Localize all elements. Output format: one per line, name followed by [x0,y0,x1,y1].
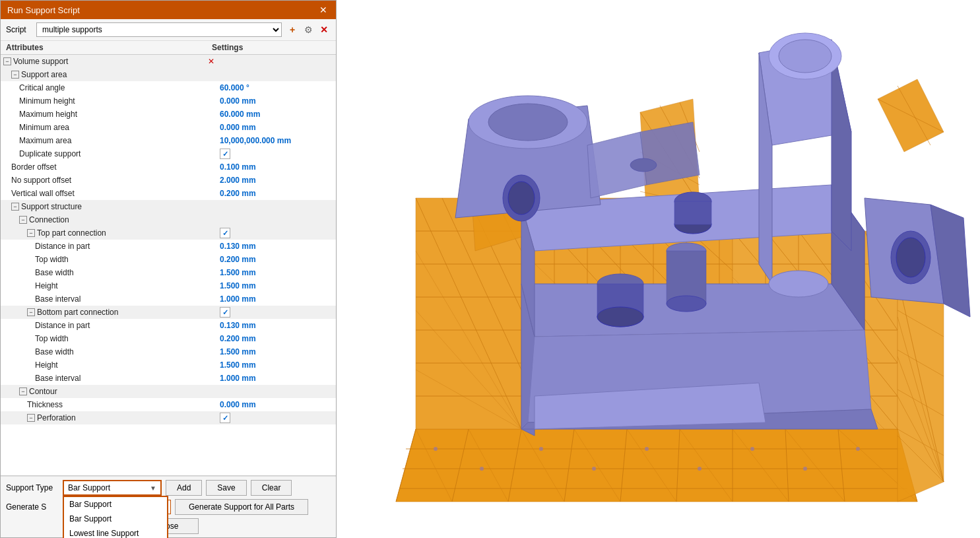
row-label: Base interval [35,294,217,304]
row-label: Minimum area [19,123,217,132]
expand-icon[interactable]: − [3,57,11,65]
script-icons: + ⚙ ✕ [286,24,331,35]
add-script-button[interactable]: + [286,24,299,35]
expand-icon[interactable]: − [27,414,35,422]
row-label: Duplicate support [19,149,217,158]
row-value: 60.000 mm [217,110,336,119]
generate-label: Generate S [6,502,59,512]
tree-row: Base interval 1.000 mm [1,372,336,385]
row-value: 1.000 mm [217,374,336,383]
tree-row: Distance in part 0.130 mm [1,319,336,332]
tree-row: Distance in part 0.130 mm [1,240,336,253]
tree-row: Minimum area 0.000 mm [1,121,336,134]
row-value: 60.000 ° [217,83,336,92]
generate-all-button[interactable]: Generate Support for All Parts [175,499,308,515]
svg-point-140 [667,296,706,312]
row-value: 0.100 mm [217,162,336,172]
dropdown-item-bar-support-1[interactable]: Bar Support [64,497,167,512]
support-type-menu[interactable]: Bar Support Bar Support Lowest line Supp… [63,496,168,538]
expand-icon[interactable]: − [11,71,19,79]
row-value: 0.000 mm [217,123,336,132]
svg-point-104 [480,467,484,471]
expand-icon[interactable]: − [19,387,27,395]
row-value: 0.130 mm [217,321,336,330]
row-value: 2.000 mm [217,176,336,185]
svg-marker-148 [640,122,700,185]
dropdown-item-bar-support-2[interactable]: Bar Support [64,512,167,526]
section-label: Connection [29,215,217,224]
bottom-row1: Support Type Bar Support ▼ Bar Support B… [6,480,331,496]
svg-point-106 [592,467,596,471]
tree-row: Critical angle 60.000 ° [1,81,336,94]
row-label: Height [35,360,217,370]
tree-row: Thickness 0.000 mm [1,398,336,411]
gear-icon[interactable]: ⚙ [302,24,315,35]
save-button[interactable]: Save [206,480,246,496]
add-button[interactable]: Add [166,480,202,496]
table-header: Attributes Settings [1,41,336,55]
support-type-value: Bar Support [68,483,110,492]
svg-point-129 [769,271,828,297]
tree-row: Border offset 0.100 mm [1,160,336,174]
row-label: Maximum height [19,110,217,119]
remove-script-button[interactable]: ✕ [317,24,331,35]
tree-row: Vertical wall offset 0.200 mm [1,187,336,200]
title-bar-buttons: ✕ [317,5,329,15]
row-value: 0.200 mm [217,334,336,343]
tree-row: Top width 0.200 mm [1,332,336,345]
svg-point-107 [645,447,649,451]
section-label: Perforation [37,413,217,422]
row-value: 0.000 mm [217,96,336,106]
tree-row: − Bottom part connection ✓ [1,306,336,319]
viewport[interactable] [337,0,980,538]
tree-area[interactable]: − Volume support ✕ − Support area Critic… [1,55,336,476]
title-bar: Run Support Script ✕ [1,1,336,19]
section-label: Volume support [13,57,208,66]
script-row: Script multiple supports + ⚙ ✕ [1,19,336,41]
row-label: Base width [35,347,217,356]
row-value: 1.500 mm [217,281,336,290]
row-value: 0.130 mm [217,242,336,251]
tree-row: − Perforation ✓ [1,411,336,424]
section-label: Top part connection [37,228,217,238]
col-settings: Settings [212,43,331,52]
script-select[interactable]: multiple supports [36,22,282,37]
tree-row: Base width 1.500 mm [1,266,336,279]
dropdown-item-lowest-line[interactable]: Lowest line Support [64,526,167,538]
row-value: 0.200 mm [217,189,336,198]
row-value: 1.500 mm [217,268,336,277]
bottom-row2: Generate S Generate Support for All Part… [6,499,331,515]
svg-point-110 [803,467,807,471]
expand-icon[interactable]: − [27,229,35,237]
section-label: Contour [29,387,217,396]
bottom-row3: Close [6,518,331,534]
tree-row: − Support structure [1,200,336,213]
row-label: Critical angle [19,83,217,92]
expand-icon[interactable]: − [27,308,35,316]
section-label: Bottom part connection [37,308,217,317]
section-checkbox[interactable]: ✓ [220,307,230,318]
delete-section-button[interactable]: ✕ [208,57,214,66]
row-label: Minimum height [19,96,217,106]
row-value: 0.200 mm [217,255,336,264]
col-attributes: Attributes [6,43,212,52]
tree-row: − Volume support ✕ [1,55,336,68]
svg-point-111 [856,447,860,451]
row-label: Thickness [27,400,217,409]
row-label: Top width [35,334,217,343]
support-type-dropdown[interactable]: Bar Support ▼ Bar Support Bar Support Lo… [63,480,162,496]
tree-row: − Contour [1,385,336,398]
clear-button[interactable]: Clear [251,480,292,496]
dropdown-arrow-icon: ▼ [150,485,156,492]
expand-icon[interactable]: − [11,203,19,211]
row-checkbox[interactable]: ✓ [220,149,230,159]
window-close-button[interactable]: ✕ [317,5,329,15]
section-checkbox[interactable]: ✓ [220,228,230,238]
support-type-button[interactable]: Bar Support ▼ [63,480,162,496]
tree-row: No support offset 2.000 mm [1,174,336,187]
svg-marker-80 [898,277,944,502]
tree-row: Height 1.500 mm [1,279,336,292]
tree-row: − Top part connection ✓ [1,226,336,240]
expand-icon[interactable]: − [19,216,27,224]
section-checkbox[interactable]: ✓ [220,413,230,423]
